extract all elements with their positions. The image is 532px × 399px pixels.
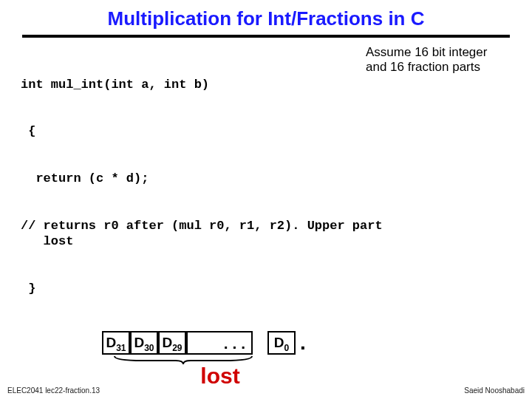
code-mul-int: int mul_int(int a, int b) { return (c * … — [21, 45, 511, 328]
content-area: Assume 16 bit integer and 16 fraction pa… — [0, 45, 532, 399]
assumption-note: Assume 16 bit integer and 16 fraction pa… — [366, 45, 510, 75]
brace-icon — [113, 355, 253, 365]
bit-cell-d31: D31 — [102, 331, 130, 355]
bit-cell-d29: D29 — [158, 331, 186, 355]
footer-left: ELEC2041 lec22-fraction.13 — [7, 386, 100, 395]
bit-cell-d0: D0 — [267, 331, 296, 355]
brace-close: } — [21, 281, 511, 296]
brace-open: { — [21, 123, 511, 139]
title-underline — [22, 35, 510, 38]
lost-label-1: lost — [176, 364, 265, 389]
footer-right: Saeid Nooshabadi — [464, 386, 525, 395]
sig-line: int mul_int(int a, int b) — [21, 77, 511, 92]
bit-diagram-int: D31 D30 D29 . . . D0 . — [102, 331, 511, 355]
return-line: return (c * d); — [21, 171, 511, 186]
comment-line: // returns r0 after (mul r0, r1, r2). Up… — [21, 218, 511, 250]
bit-cell-dots: . . . — [186, 331, 253, 355]
slide-title: Multiplication for Int/Fractions in C — [0, 0, 532, 35]
radix-point: . — [300, 331, 306, 355]
bit-cell-d30: D30 — [130, 331, 158, 355]
